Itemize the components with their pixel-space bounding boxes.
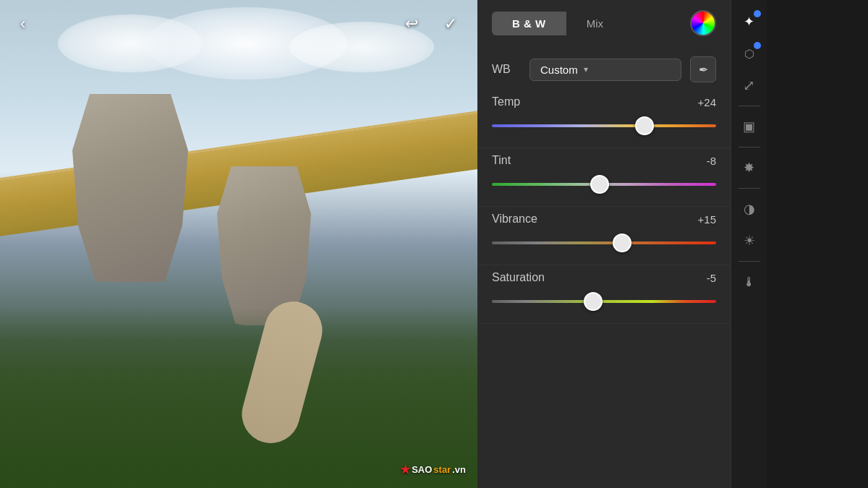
photo-nav: ‹ ↩ ✓ — [0, 0, 477, 48]
plugin-icon-btn[interactable]: ⬡ — [735, 39, 764, 68]
slider-value-saturation: -5 — [707, 272, 716, 284]
divider-1 — [739, 106, 760, 106]
adjustment-icon: ◑ — [744, 201, 755, 217]
slider-name-temp: Temp — [492, 95, 520, 108]
slider-track-container-saturation[interactable] — [492, 291, 716, 312]
wand-icon-btn[interactable]: ✦ — [735, 7, 764, 36]
slider-header-temp: Temp +24 — [492, 95, 716, 108]
temp-icon-btn[interactable]: 🌡 — [735, 267, 764, 296]
crop-icon: ⤢ — [743, 77, 755, 94]
panel-main: B & W Mix WB Custom ▾ ✒ Temp +24 — [477, 0, 731, 488]
slider-header-tint: Tint -8 — [492, 154, 716, 167]
slider-track-container-temp[interactable] — [492, 116, 716, 136]
watermark: ★ SAO star .vn — [400, 463, 466, 476]
watermark-domain: .vn — [452, 464, 466, 475]
badge-plugin — [754, 42, 761, 49]
slider-value-temp: +24 — [698, 96, 716, 108]
slider-header-saturation: Saturation -5 — [492, 271, 716, 284]
slider-value-vibrance: +15 — [698, 213, 716, 226]
crop-icon-btn[interactable]: ⤢ — [735, 71, 764, 100]
sun-icon: ☀ — [744, 233, 755, 249]
frame-icon-btn[interactable]: ▣ — [735, 112, 764, 141]
eyedropper-button[interactable]: ✒ — [690, 56, 716, 82]
edit-panel: B & W Mix WB Custom ▾ ✒ Temp +24 — [477, 0, 767, 488]
thermometer-icon: 🌡 — [743, 275, 756, 290]
plugin-icon: ⬡ — [744, 47, 754, 61]
enhance-icon: ✸ — [744, 160, 754, 176]
sliders-container: Temp +24 Tint -8 Vibrance +15 — [477, 90, 731, 324]
photo-canvas — [0, 0, 477, 488]
slider-section-saturation: Saturation -5 — [477, 265, 731, 324]
slider-name-saturation: Saturation — [492, 271, 545, 284]
divider-4 — [739, 261, 760, 262]
slider-name-tint: Tint — [492, 154, 511, 167]
eyedropper-icon: ✒ — [699, 63, 708, 77]
slider-track-temp — [492, 124, 716, 127]
frame-icon: ▣ — [743, 119, 755, 134]
watermark-text: SAO — [412, 464, 432, 475]
wb-row: WB Custom ▾ ✒ — [477, 46, 731, 90]
color-wheel-button[interactable] — [690, 10, 716, 36]
top-tabs: B & W Mix — [477, 0, 731, 46]
slider-thumb-temp[interactable] — [635, 116, 654, 135]
star-icon: ★ — [400, 463, 410, 476]
slider-track-container-tint[interactable] — [492, 174, 716, 194]
tab-bw[interactable]: B & W — [492, 12, 566, 35]
wb-value: Custom — [540, 64, 578, 76]
slider-thumb-tint[interactable] — [590, 175, 609, 194]
wb-dropdown[interactable]: Custom ▾ — [529, 59, 681, 81]
slider-thumb-vibrance[interactable] — [613, 234, 631, 252]
slider-track-tint — [492, 183, 716, 186]
slider-track-vibrance — [492, 241, 716, 244]
enhance-icon-btn[interactable]: ✸ — [735, 153, 764, 182]
slider-track-saturation — [492, 300, 716, 303]
confirm-button[interactable]: ✓ — [438, 12, 463, 36]
watermark-star-text: star — [433, 464, 451, 475]
wand-icon: ✦ — [744, 14, 754, 30]
badge — [754, 10, 761, 17]
back-button[interactable]: ‹ — [14, 12, 31, 36]
tab-mix[interactable]: Mix — [566, 12, 624, 35]
sun-icon-btn[interactable]: ☀ — [735, 226, 764, 255]
slider-header-vibrance: Vibrance +15 — [492, 213, 716, 226]
slider-thumb-saturation[interactable] — [584, 292, 603, 311]
divider-2 — [739, 147, 760, 147]
slider-value-tint: -8 — [707, 155, 716, 167]
slider-name-vibrance: Vibrance — [492, 213, 537, 226]
slider-section-vibrance: Vibrance +15 — [477, 207, 731, 265]
slider-section-tint: Tint -8 — [477, 148, 731, 207]
chevron-down-icon: ▾ — [584, 64, 588, 74]
adjustment-icon-btn[interactable]: ◑ — [735, 194, 764, 223]
undo-button[interactable]: ↩ — [399, 12, 424, 36]
slider-section-temp: Temp +24 — [477, 90, 731, 148]
wb-label: WB — [492, 63, 521, 76]
photo-area: ‹ ↩ ✓ ★ SAO star .vn — [0, 0, 477, 488]
sidebar-icons: ✦ ⬡ ⤢ ▣ ✸ ◑ ☀ 🌡 — [731, 0, 767, 488]
slider-track-container-vibrance[interactable] — [492, 233, 716, 253]
divider-3 — [739, 188, 760, 189]
